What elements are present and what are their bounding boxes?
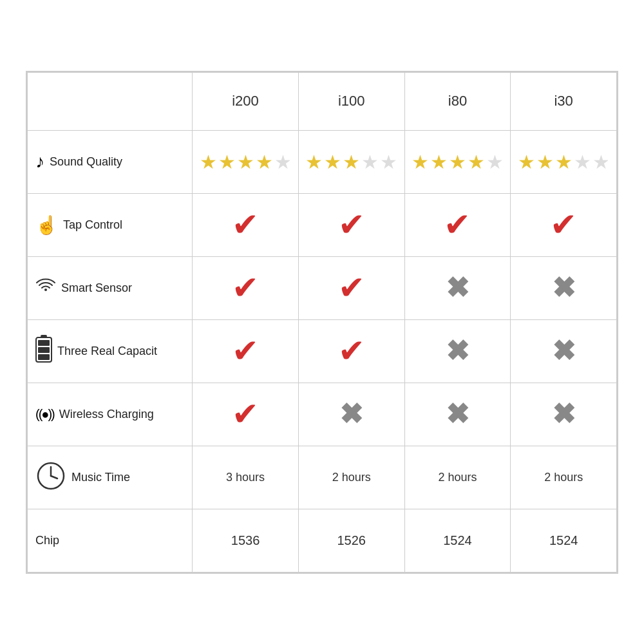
label-chip: Chip xyxy=(28,509,193,572)
smart-sensor-i200: ✔ xyxy=(193,256,299,319)
svg-rect-4 xyxy=(38,340,50,346)
sound-quality-i80: ★ ★ ★ ★ ★ xyxy=(404,130,511,193)
touch-icon: ☝ xyxy=(35,214,58,236)
star4: ★ xyxy=(468,151,485,173)
music-time-i80: 2 hours xyxy=(404,446,511,509)
label-tap-control: ☝ Tap Control xyxy=(28,193,193,256)
music-time-i30: 2 hours xyxy=(511,446,617,509)
smart-sensor-i100: ✔ xyxy=(298,256,404,319)
star5-empty: ★ xyxy=(592,151,610,173)
check-icon: ✔ xyxy=(232,333,259,369)
stars-i200: ★ ★ ★ ★ ★ xyxy=(195,151,296,173)
wireless-charging-i30: ✖ xyxy=(511,383,617,446)
row-wireless-charging: ((●)) Wireless Charging ✔ ✖ ✖ ✖ xyxy=(28,383,617,446)
star2: ★ xyxy=(430,151,448,173)
three-real-i80: ✖ xyxy=(404,319,511,383)
label-three-real: Three Real Capacit xyxy=(28,319,193,383)
check-icon: ✔ xyxy=(444,207,471,243)
three-real-i30: ✖ xyxy=(511,319,617,383)
music-note-icon: ♪ xyxy=(35,151,44,172)
three-real-i200: ✔ xyxy=(193,319,299,383)
star1: ★ xyxy=(305,151,323,173)
cross-icon: ✖ xyxy=(446,272,469,303)
row-music-time: Music Time 3 hours 2 hours 2 hours 2 hou… xyxy=(28,446,617,509)
battery-icon xyxy=(35,335,52,368)
label-wireless-charging: ((●)) Wireless Charging xyxy=(28,383,193,446)
label-smart-sensor: Smart Sensor xyxy=(28,256,193,319)
wireless-charging-i100: ✖ xyxy=(298,383,404,446)
comparison-table: i200 i100 i80 i30 ♪ Sound Quality ★ ★ ★ … xyxy=(26,71,618,574)
tap-control-i80: ✔ xyxy=(404,193,511,256)
check-icon: ✔ xyxy=(338,270,365,306)
sound-quality-i100: ★ ★ ★ ★ ★ xyxy=(298,130,404,193)
star2: ★ xyxy=(218,151,236,173)
stars-i30: ★ ★ ★ ★ ★ xyxy=(513,151,614,173)
row-smart-sensor: Smart Sensor ✔ ✔ ✖ ✖ xyxy=(28,256,617,319)
star2: ★ xyxy=(536,151,554,173)
check-icon: ✔ xyxy=(550,207,577,243)
header-row: i200 i100 i80 i30 xyxy=(28,72,617,130)
star1: ★ xyxy=(518,151,535,173)
stars-i100: ★ ★ ★ ★ ★ xyxy=(301,151,402,173)
music-time-i200: 3 hours xyxy=(193,446,299,509)
chip-i200: 1536 xyxy=(193,509,299,572)
svg-line-7 xyxy=(51,476,57,478)
chip-i30: 1524 xyxy=(511,509,617,572)
sound-quality-i30: ★ ★ ★ ★ ★ xyxy=(511,130,617,193)
star4: ★ xyxy=(256,151,273,173)
star3: ★ xyxy=(555,151,573,173)
star4-empty: ★ xyxy=(574,151,591,173)
row-sound-quality: ♪ Sound Quality ★ ★ ★ ★ ★ ★ ★ ★ ★ xyxy=(28,130,617,193)
row-tap-control: ☝ Tap Control ✔ ✔ ✔ ✔ xyxy=(28,193,617,256)
star2: ★ xyxy=(324,151,341,173)
cross-icon: ✖ xyxy=(552,398,576,430)
check-icon: ✔ xyxy=(232,270,259,306)
row-chip: Chip 1536 1526 1524 1524 xyxy=(28,509,617,572)
star1: ★ xyxy=(412,151,429,173)
tap-control-i200: ✔ xyxy=(193,193,299,256)
star5-empty: ★ xyxy=(486,151,504,173)
tap-control-i100: ✔ xyxy=(298,193,404,256)
chip-i100: 1526 xyxy=(298,509,404,572)
sound-quality-i200: ★ ★ ★ ★ ★ xyxy=(193,130,299,193)
smart-sensor-i80: ✖ xyxy=(404,256,511,319)
wireless-charging-i200: ✔ xyxy=(193,383,299,446)
star3: ★ xyxy=(237,151,254,173)
check-icon: ✔ xyxy=(338,333,365,369)
chip-i80: 1524 xyxy=(404,509,511,572)
header-i30: i30 xyxy=(511,72,617,130)
check-icon: ✔ xyxy=(338,207,365,243)
header-i200: i200 xyxy=(193,72,299,130)
wireless-charging-icon: ((●)) xyxy=(35,407,54,422)
check-icon: ✔ xyxy=(232,396,259,432)
stars-i80: ★ ★ ★ ★ ★ xyxy=(408,151,508,173)
cross-icon: ✖ xyxy=(339,398,363,430)
svg-rect-3 xyxy=(38,347,50,353)
sensor-icon xyxy=(35,277,56,299)
tap-control-i30: ✔ xyxy=(511,193,617,256)
star5-empty: ★ xyxy=(274,151,292,173)
cross-icon: ✖ xyxy=(552,335,576,366)
label-sound-quality: ♪ Sound Quality xyxy=(28,130,193,193)
star1: ★ xyxy=(200,151,217,173)
star3: ★ xyxy=(343,151,360,173)
music-time-i100: 2 hours xyxy=(298,446,404,509)
header-i100: i100 xyxy=(298,72,404,130)
star3: ★ xyxy=(449,151,466,173)
header-empty xyxy=(28,72,193,130)
header-i80: i80 xyxy=(404,72,511,130)
cross-icon: ✖ xyxy=(446,398,469,430)
three-real-i100: ✔ xyxy=(298,319,404,383)
cross-icon: ✖ xyxy=(446,335,469,366)
star5-empty: ★ xyxy=(380,151,397,173)
label-music-time: Music Time xyxy=(28,446,193,509)
smart-sensor-i30: ✖ xyxy=(511,256,617,319)
svg-rect-2 xyxy=(38,354,50,360)
check-icon: ✔ xyxy=(232,207,259,243)
star4-empty: ★ xyxy=(361,151,379,173)
row-three-real: Three Real Capacit ✔ ✔ ✖ ✖ xyxy=(28,319,617,383)
wireless-charging-i80: ✖ xyxy=(404,383,511,446)
cross-icon: ✖ xyxy=(552,272,576,303)
clock-icon xyxy=(35,460,66,494)
